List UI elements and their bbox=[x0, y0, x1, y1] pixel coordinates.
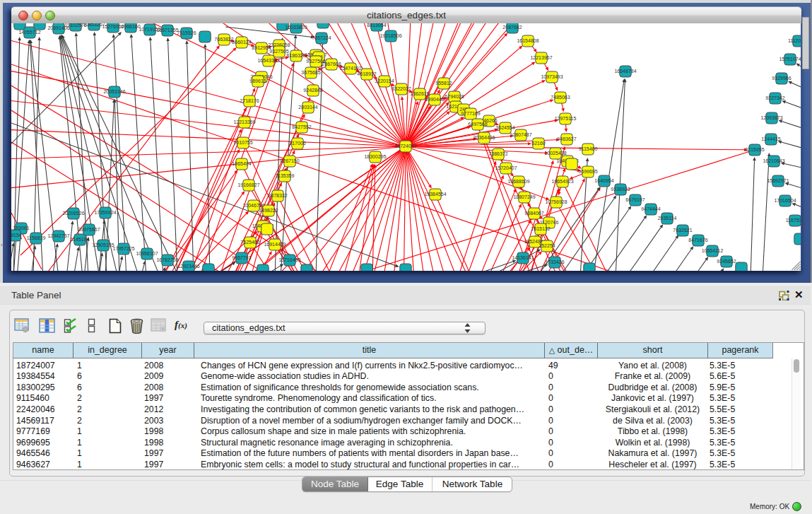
svg-text:11120747: 11120747 bbox=[788, 38, 801, 43]
svg-text:1244415: 1244415 bbox=[761, 136, 780, 141]
svg-text:8322037: 8322037 bbox=[392, 86, 411, 91]
svg-text:217006: 217006 bbox=[289, 141, 305, 146]
svg-text:16671355: 16671355 bbox=[156, 28, 178, 33]
svg-text:10025438: 10025438 bbox=[544, 151, 566, 156]
svg-text:3498222: 3498222 bbox=[259, 208, 278, 213]
svg-text:10807487: 10807487 bbox=[510, 132, 531, 137]
svg-text:14136141: 14136141 bbox=[512, 255, 534, 260]
svg-text:4618912: 4618912 bbox=[357, 71, 376, 76]
svg-text:20206526: 20206526 bbox=[62, 211, 84, 216]
svg-text:17359924: 17359924 bbox=[94, 210, 116, 215]
svg-text:8813054: 8813054 bbox=[367, 23, 386, 28]
svg-text:1640954: 1640954 bbox=[594, 178, 613, 183]
svg-text:9084067: 9084067 bbox=[524, 211, 543, 216]
svg-text:10654112: 10654112 bbox=[702, 248, 724, 253]
svg-text:3624554: 3624554 bbox=[495, 125, 514, 130]
svg-text:9227342: 9227342 bbox=[765, 95, 784, 100]
svg-text:16033809: 16033809 bbox=[285, 25, 307, 30]
svg-text:8990448: 8990448 bbox=[425, 97, 444, 102]
svg-text:955812: 955812 bbox=[435, 81, 452, 86]
svg-text:9115460: 9115460 bbox=[579, 146, 598, 151]
svg-text:7515526: 7515526 bbox=[177, 30, 196, 35]
svg-text:7386372: 7386372 bbox=[488, 151, 507, 156]
svg-text:12505135: 12505135 bbox=[92, 243, 114, 247]
svg-text:6794028: 6794028 bbox=[445, 94, 464, 99]
svg-text:989613: 989613 bbox=[249, 78, 266, 83]
svg-text:1167531: 1167531 bbox=[786, 218, 801, 223]
svg-text:6497568: 6497568 bbox=[468, 122, 487, 127]
svg-text:16210643: 16210643 bbox=[763, 158, 784, 163]
svg-text:8660124: 8660124 bbox=[232, 40, 251, 45]
svg-text:9474444: 9474444 bbox=[641, 206, 660, 211]
svg-text:9338923: 9338923 bbox=[611, 187, 630, 192]
svg-text:2935114: 2935114 bbox=[658, 216, 677, 221]
svg-text:17957225: 17957225 bbox=[112, 246, 134, 251]
svg-text:18807249: 18807249 bbox=[513, 194, 535, 199]
svg-text:17016504: 17016504 bbox=[774, 198, 796, 203]
svg-text:19218506: 19218506 bbox=[379, 33, 401, 38]
svg-text:1010755: 1010755 bbox=[233, 140, 252, 145]
svg-text:12923446: 12923446 bbox=[177, 264, 199, 269]
svg-text:18300295: 18300295 bbox=[364, 154, 386, 159]
svg-text:15720407: 15720407 bbox=[495, 165, 517, 170]
svg-text:9329966: 9329966 bbox=[772, 76, 791, 81]
svg-text:1733426: 1733426 bbox=[545, 259, 564, 264]
svg-text:10958107: 10958107 bbox=[136, 251, 158, 256]
svg-text:39154: 39154 bbox=[11, 233, 22, 238]
svg-text:7632621: 7632621 bbox=[673, 228, 692, 233]
svg-text:15716485: 15716485 bbox=[278, 257, 300, 262]
svg-text:7625402: 7625402 bbox=[240, 240, 259, 245]
svg-text:12942757: 12942757 bbox=[47, 233, 69, 238]
svg-text:16782759: 16782759 bbox=[156, 257, 178, 262]
svg-text:6966160: 6966160 bbox=[121, 24, 140, 29]
svg-text:3675685: 3675685 bbox=[301, 70, 320, 75]
svg-text:1615132: 1615132 bbox=[531, 226, 550, 231]
svg-text:1362615: 1362615 bbox=[410, 91, 429, 96]
svg-text:9245652: 9245652 bbox=[717, 259, 736, 264]
svg-text:10046736: 10046736 bbox=[242, 203, 264, 208]
svg-text:12213967: 12213967 bbox=[530, 55, 552, 60]
svg-text:16154808: 16154808 bbox=[517, 38, 539, 43]
svg-text:12975115: 12975115 bbox=[555, 116, 577, 121]
svg-text:1135359: 1135359 bbox=[276, 173, 295, 178]
svg-text:8471676: 8471676 bbox=[688, 238, 707, 243]
svg-text:10973493: 10973493 bbox=[541, 74, 563, 79]
svg-text:8878332: 8878332 bbox=[268, 193, 287, 198]
svg-text:9699695: 9699695 bbox=[578, 169, 597, 174]
svg-text:2087682: 2087682 bbox=[502, 25, 522, 30]
svg-text:19166827: 19166827 bbox=[237, 182, 259, 187]
svg-text:15692971: 15692971 bbox=[767, 178, 789, 183]
svg-text:8215955: 8215955 bbox=[745, 147, 764, 152]
svg-text:1145194: 1145194 bbox=[71, 237, 90, 242]
svg-text:62160: 62160 bbox=[531, 141, 546, 146]
svg-text:8427552: 8427552 bbox=[292, 124, 311, 129]
svg-text:8267150: 8267150 bbox=[280, 158, 299, 163]
svg-text:2718176: 2718176 bbox=[240, 98, 259, 103]
svg-text:16648784: 16648784 bbox=[614, 69, 636, 74]
svg-text:7357224: 7357224 bbox=[312, 35, 331, 40]
svg-text:15474102: 15474102 bbox=[339, 66, 361, 71]
svg-text:6679197: 6679197 bbox=[625, 197, 645, 202]
svg-text:16914479: 16914479 bbox=[264, 242, 286, 247]
svg-text:7663822: 7663822 bbox=[214, 37, 233, 42]
svg-text:9463627: 9463627 bbox=[557, 136, 576, 141]
svg-text:20364436: 20364436 bbox=[473, 135, 495, 140]
svg-text:2803144: 2803144 bbox=[298, 105, 317, 110]
svg-text:8186328: 8186328 bbox=[286, 53, 305, 58]
svg-text:9657791: 9657791 bbox=[232, 255, 251, 260]
svg-text:10688609: 10688609 bbox=[507, 179, 529, 184]
svg-text:2867608: 2867608 bbox=[322, 62, 341, 66]
svg-text:18724007: 18724007 bbox=[394, 144, 416, 148]
svg-text:12213369: 12213369 bbox=[233, 119, 255, 124]
svg-text:252254: 252254 bbox=[539, 243, 555, 248]
svg-text:19654923: 19654923 bbox=[551, 179, 573, 184]
svg-text:9777169: 9777169 bbox=[461, 111, 480, 116]
svg-text:9242848: 9242848 bbox=[303, 88, 322, 93]
svg-text:15751074: 15751074 bbox=[779, 57, 801, 62]
svg-text:19384554: 19384554 bbox=[424, 192, 446, 197]
svg-text:20053346: 20053346 bbox=[103, 89, 125, 94]
svg-text:10756928: 10756928 bbox=[545, 199, 567, 204]
svg-text:1156819: 1156819 bbox=[27, 235, 46, 240]
svg-text:14055712: 14055712 bbox=[18, 30, 40, 35]
svg-text:3220154: 3220154 bbox=[375, 78, 394, 83]
